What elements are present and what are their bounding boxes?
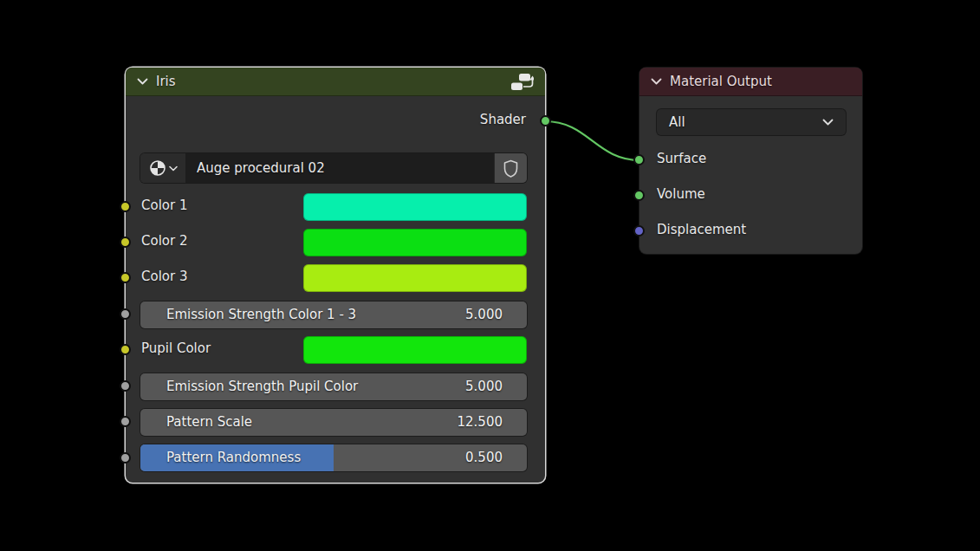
socket-input-color-2[interactable]: [120, 237, 131, 248]
output-label-shader: Shader: [480, 112, 526, 127]
slider-label: Pattern Scale: [166, 409, 252, 436]
input-label: Color 2: [141, 233, 187, 249]
node-editor-canvas[interactable]: Iris Shader: [0, 0, 980, 551]
node-iris-header[interactable]: Iris: [126, 68, 545, 96]
input-row-color-2: Color 2: [126, 229, 545, 256]
fake-user-button[interactable]: [494, 153, 527, 183]
socket-input-volume[interactable]: [633, 190, 645, 201]
input-label-surface: Surface: [657, 151, 706, 166]
node-material-output-header[interactable]: Material Output: [639, 68, 862, 96]
slider-pattern-randomness[interactable]: Pattern Randomness 0.500: [140, 444, 527, 471]
color-swatch[interactable]: [303, 264, 527, 292]
shield-icon: [503, 159, 519, 178]
slider-emission-strength-pupil[interactable]: Emission Strength Pupil Color 5.000: [140, 373, 527, 400]
socket-output-shader[interactable]: [540, 115, 551, 126]
socket-input-emission-strength-color[interactable]: [120, 308, 131, 320]
chevron-down-icon[interactable]: [137, 78, 148, 85]
slider-label: Pattern Randomness: [166, 444, 301, 471]
color-swatch[interactable]: [303, 193, 527, 221]
target-dropdown-value: All: [669, 114, 685, 130]
chevron-down-icon[interactable]: [651, 78, 662, 85]
input-label: Pupil Color: [141, 340, 211, 356]
socket-input-displacement[interactable]: [633, 225, 645, 237]
socket-input-emission-strength-pupil[interactable]: [120, 380, 131, 392]
socket-input-pattern-randomness[interactable]: [120, 452, 131, 463]
slider-value: 5.000: [465, 373, 503, 400]
slider-pattern-scale[interactable]: Pattern Scale 12.500: [140, 409, 527, 436]
color-swatch[interactable]: [303, 229, 527, 256]
material-sphere-icon: [149, 159, 166, 177]
input-label-volume: Volume: [657, 186, 705, 202]
slider-label: Emission Strength Pupil Color: [166, 373, 358, 400]
slider-value: 5.000: [465, 301, 503, 328]
node-group-icon: [510, 73, 534, 91]
socket-input-color-3[interactable]: [120, 272, 131, 283]
node-title: Material Output: [670, 74, 772, 89]
target-dropdown[interactable]: All: [657, 109, 846, 135]
input-row-pupil-color: Pupil Color: [126, 336, 545, 364]
input-label: Color 3: [141, 269, 187, 284]
chevron-down-icon: [822, 119, 834, 126]
slider-value: 12.500: [458, 409, 503, 436]
slider-label: Emission Strength Color 1 - 3: [166, 301, 356, 328]
material-name-value: Auge procedural 02: [197, 160, 325, 176]
chevron-down-icon: [169, 165, 178, 172]
socket-input-color-1[interactable]: [120, 201, 131, 212]
input-label: Color 1: [141, 198, 187, 213]
color-swatch[interactable]: [303, 336, 527, 364]
socket-input-pupil-color[interactable]: [120, 344, 131, 355]
slider-value: 0.500: [465, 444, 503, 471]
node-title: Iris: [156, 74, 176, 89]
socket-input-pattern-scale[interactable]: [120, 416, 131, 427]
node-iris[interactable]: Iris Shader: [126, 68, 545, 483]
input-row-color-1: Color 1: [126, 193, 545, 221]
material-selector[interactable]: Auge procedural 02: [140, 153, 527, 183]
material-browse-button[interactable]: [140, 153, 185, 183]
node-link-path: [545, 121, 640, 160]
socket-input-surface[interactable]: [633, 154, 645, 165]
input-row-color-3: Color 3: [126, 264, 545, 292]
slider-emission-strength-color-1-3[interactable]: Emission Strength Color 1 - 3 5.000: [140, 301, 527, 328]
input-label-displacement: Displacement: [657, 222, 746, 237]
material-name-field[interactable]: Auge procedural 02: [185, 153, 494, 183]
node-material-output[interactable]: Material Output All Surface Volume Displ…: [639, 68, 862, 254]
